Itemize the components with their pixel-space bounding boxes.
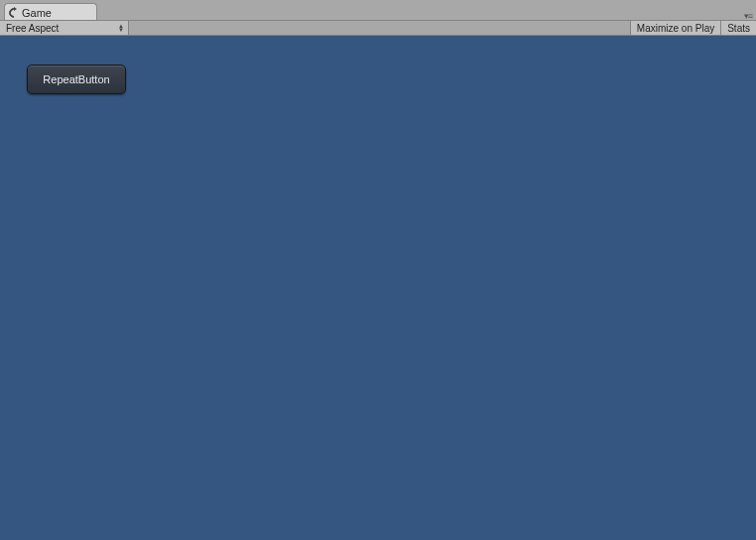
repeat-button[interactable]: RepeatButton (27, 65, 126, 94)
game-icon (9, 8, 19, 18)
toolbar-spacer (129, 21, 630, 35)
aspect-label: Free Aspect (6, 23, 59, 34)
maximize-label: Maximize on Play (637, 23, 714, 34)
window-menu-icon[interactable]: ▾≡ (744, 11, 752, 21)
tab-title: Game (22, 7, 52, 19)
tab-bar: Game ▾≡ (0, 0, 756, 20)
dropdown-arrows-icon: ▲▼ (118, 24, 124, 32)
stats-button[interactable]: Stats (720, 21, 756, 35)
repeat-button-label: RepeatButton (43, 73, 109, 85)
game-window: Game ▾≡ Free Aspect ▲▼ Maximize on Play … (0, 0, 756, 540)
stats-label: Stats (727, 23, 750, 34)
tab-game[interactable]: Game (4, 3, 97, 20)
aspect-dropdown[interactable]: Free Aspect ▲▼ (0, 21, 129, 35)
game-viewport: RepeatButton (0, 36, 756, 540)
toolbar: Free Aspect ▲▼ Maximize on Play Stats (0, 20, 756, 36)
maximize-on-play-button[interactable]: Maximize on Play (630, 21, 720, 35)
